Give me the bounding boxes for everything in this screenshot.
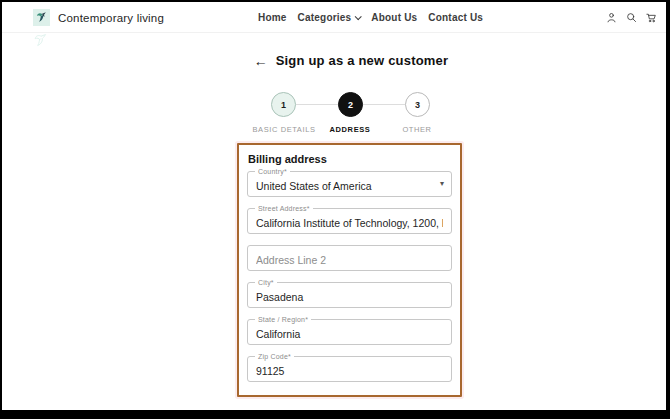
city-input[interactable] — [248, 283, 451, 307]
address-line-2-field[interactable] — [247, 245, 452, 271]
street-address-label: Street Address* — [255, 205, 313, 213]
account-icon[interactable] — [605, 11, 618, 24]
header-icons — [605, 2, 658, 33]
nav-home[interactable]: Home — [258, 12, 287, 23]
title-row: ← Sign up as a new customer — [237, 53, 465, 68]
chevron-down-icon — [355, 13, 362, 20]
city-label: City* — [255, 279, 277, 287]
state-region-field[interactable]: State / Region* — [247, 319, 452, 345]
search-icon[interactable] — [625, 11, 638, 24]
step-address[interactable]: 2 — [338, 92, 363, 117]
billing-address-annotation-box: Billing address Country* ▾ Street Addres… — [237, 143, 462, 397]
address-line-2-input[interactable] — [248, 246, 451, 270]
section-title: Billing address — [248, 153, 452, 165]
step-basic-details[interactable]: 1 — [271, 92, 296, 117]
street-address-field[interactable]: Street Address* — [247, 208, 452, 234]
brand[interactable]: Contemporary living — [33, 2, 164, 33]
nav-categories[interactable]: Categories — [298, 12, 361, 23]
step-label-other: OTHER — [372, 125, 462, 134]
brand-name: Contemporary living — [58, 12, 164, 24]
nav-about-us[interactable]: About Us — [371, 12, 417, 23]
hummingbird-logo-icon — [33, 9, 50, 26]
city-field[interactable]: City* — [247, 282, 452, 308]
stepper-connector — [363, 104, 405, 105]
main-nav: Home Categories About Us Contact Us — [258, 2, 483, 33]
page: Contemporary living Home Categories Abou… — [2, 2, 666, 410]
zip-code-field[interactable]: Zip Code* — [247, 356, 452, 382]
signup-stepper: 1 2 3 BASIC DETAILS ADDRESS OTHER — [271, 92, 430, 137]
country-label: Country* — [255, 168, 290, 176]
state-region-label: State / Region* — [255, 316, 311, 324]
country-select[interactable]: Country* ▾ — [247, 171, 452, 197]
stepper-connector — [296, 104, 338, 105]
zip-code-label: Zip Code* — [255, 353, 294, 361]
nav-contact-us[interactable]: Contact Us — [428, 12, 483, 23]
step-other[interactable]: 3 — [405, 92, 430, 117]
header: Contemporary living Home Categories Abou… — [2, 2, 666, 33]
page-title: Sign up as a new customer — [276, 53, 449, 68]
ghost-hummingbird-icon — [33, 33, 48, 52]
cart-icon[interactable] — [645, 11, 658, 24]
back-arrow-icon[interactable]: ← — [254, 54, 268, 68]
